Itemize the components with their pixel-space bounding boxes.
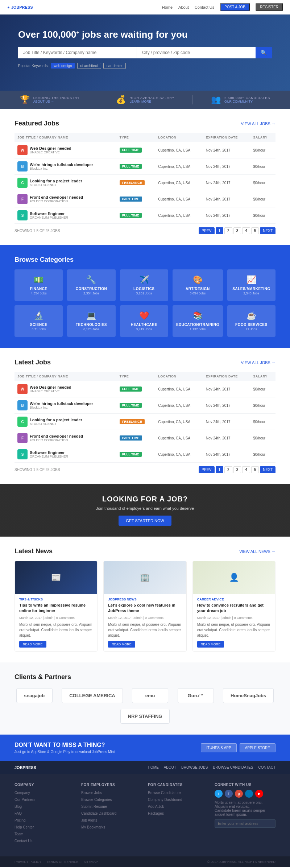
table-row[interactable]: W Web Designer needed UNABLE CREATIVE FU… bbox=[14, 142, 276, 158]
keyword-ui-architect[interactable]: ui architect bbox=[77, 63, 101, 69]
appstore-button[interactable]: APPLE STORE bbox=[240, 743, 276, 752]
get-started-button[interactable]: GET STARTED NOW bbox=[119, 516, 171, 526]
category-card[interactable]: 🎨 ART/DESIGN 3,654 Jobs bbox=[173, 269, 223, 301]
category-card[interactable]: 📈 SALES/MARKETING 2,543 Jobs bbox=[227, 269, 276, 301]
category-icon: ❤️ bbox=[124, 311, 165, 321]
footer-link[interactable]: Job Alerts bbox=[81, 818, 97, 822]
footer-link-item: Add A Job bbox=[148, 803, 209, 809]
stat-candidates-link[interactable]: OUR COMMUNITY bbox=[224, 100, 270, 103]
featured-jobs-showing: SHOWING 1-5 OF 25 JOBS bbox=[14, 229, 60, 233]
page-button[interactable]: PREV bbox=[199, 466, 214, 473]
footer-link[interactable]: Help Center bbox=[14, 825, 34, 829]
page-button[interactable]: 5 bbox=[251, 227, 259, 234]
page-button[interactable]: NEXT bbox=[260, 466, 276, 473]
footer-link[interactable]: Company Dashboard bbox=[148, 798, 182, 802]
social-twitter[interactable]: t bbox=[215, 790, 223, 798]
page-button[interactable]: 2 bbox=[224, 227, 232, 234]
stat-salary-link[interactable]: LEARN MORE bbox=[129, 100, 174, 103]
footer-link[interactable]: Browse Jobs bbox=[81, 791, 102, 795]
table-row[interactable]: B We're hiring a fullstack developer Bla… bbox=[14, 397, 276, 414]
page-button[interactable]: 3 bbox=[233, 227, 241, 234]
nav-contact[interactable]: Contact Us bbox=[195, 5, 214, 9]
category-card[interactable]: 🔬 SCIENCE 5,71 Jobs bbox=[14, 305, 63, 337]
footer-link[interactable]: Candidate Dashboard bbox=[81, 811, 116, 815]
keyword-car-dealer[interactable]: car dealer bbox=[103, 63, 126, 69]
footer-nav-link[interactable]: ABOUT bbox=[164, 765, 176, 769]
stat-industry-link[interactable]: ABOUT US → bbox=[33, 100, 80, 103]
category-icon: 📈 bbox=[231, 275, 272, 285]
footer-bottom-link[interactable]: TERMS OF SERVICE bbox=[46, 860, 78, 864]
footer-link[interactable]: Blog bbox=[14, 805, 22, 809]
search-button[interactable]: 🔍 bbox=[256, 47, 272, 58]
category-card[interactable]: 💻 TECHNOLOGIES 6,126 Jobs bbox=[67, 305, 115, 337]
social-googleplus[interactable]: g bbox=[235, 790, 243, 798]
job-search-input[interactable] bbox=[18, 47, 137, 58]
latest-jobs-view-all[interactable]: VIEW ALL JOBS → bbox=[241, 360, 276, 365]
social-youtube[interactable]: ▶ bbox=[255, 790, 263, 798]
footer-bottom-link[interactable]: PRIVACY POLICY bbox=[14, 860, 41, 864]
table-row[interactable]: F Front end developer needed FOLDER CORP… bbox=[14, 191, 276, 207]
footer-link-item: Company bbox=[14, 790, 75, 795]
category-card[interactable]: ✈️ LOGISTICS 3,201 Jobs bbox=[120, 269, 168, 301]
footer-link[interactable]: My Bookmarks bbox=[81, 825, 105, 829]
post-job-button[interactable]: POST A JOB bbox=[220, 3, 250, 11]
footer-link-item: Candidate Dashboard bbox=[81, 810, 142, 816]
page-button[interactable]: 1 bbox=[216, 466, 224, 473]
table-row[interactable]: S Software Engineer ORCANEUM PUBLISHER F… bbox=[14, 446, 276, 463]
table-row[interactable]: C Looking for a project leader STUDIO AG… bbox=[14, 175, 276, 191]
clients-grid: snagajobCOLLEGE AMERICAemuGuru™HomeSnagJ… bbox=[14, 688, 276, 724]
page-button[interactable]: 4 bbox=[242, 466, 250, 473]
page-button[interactable]: 4 bbox=[242, 227, 250, 234]
page-button[interactable]: 1 bbox=[216, 227, 224, 234]
footer-link[interactable]: Team bbox=[14, 832, 23, 836]
footer-link[interactable]: Packages bbox=[148, 811, 164, 815]
register-button[interactable]: REGISTER bbox=[256, 3, 283, 11]
featured-jobs-view-all[interactable]: VIEW ALL JOBS → bbox=[241, 121, 276, 126]
latest-news-view-all[interactable]: VIEW ALL NEWS → bbox=[239, 549, 276, 554]
footer-link[interactable]: Submit Resume bbox=[81, 805, 107, 809]
footer-bottom-link[interactable]: SITEMAP bbox=[84, 860, 98, 864]
stat-candidates-label: 2,500,000+ CANDIDATES bbox=[224, 96, 270, 100]
footer-nav-link[interactable]: CONTACT bbox=[258, 765, 276, 769]
category-card[interactable]: ❤️ HEALTHCARE 3,419 Jobs bbox=[120, 305, 168, 337]
table-row[interactable]: B We're hiring a fullstack developer Bla… bbox=[14, 158, 276, 175]
newsletter-input[interactable] bbox=[215, 819, 276, 828]
table-row[interactable]: S Software Engineer ORCANEUM PUBLISHER F… bbox=[14, 207, 276, 224]
footer-link[interactable]: Browse Candidature bbox=[148, 791, 181, 795]
footer-link[interactable]: Our Partners bbox=[14, 798, 35, 802]
footer-link[interactable]: Contact Us bbox=[14, 839, 32, 843]
read-more-button[interactable]: READ MORE bbox=[197, 641, 224, 648]
nav-home[interactable]: Home bbox=[162, 5, 173, 9]
category-card[interactable]: ☕ FOOD SERVICES 71 Jobs bbox=[227, 305, 276, 337]
page-button[interactable]: 5 bbox=[251, 466, 259, 473]
footer-link[interactable]: Browse Categories bbox=[81, 798, 112, 802]
table-row[interactable]: C Looking for a project leader STUDIO AG… bbox=[14, 414, 276, 430]
category-card[interactable]: 🔧 CONSTRUCTION 2,354 Jobs bbox=[67, 269, 115, 301]
footer-nav-link[interactable]: BROWSE CANDIDATES bbox=[213, 765, 253, 769]
read-more-button[interactable]: READ MORE bbox=[19, 641, 46, 648]
category-card[interactable]: 📚 EDUCATION/TRAINING 1,132 Jobs bbox=[173, 305, 223, 337]
footer-link-item: Submit Resume bbox=[81, 803, 142, 809]
footer-link[interactable]: Company bbox=[14, 791, 30, 795]
footer-link[interactable]: Add A Job bbox=[148, 805, 164, 809]
footer-link[interactable]: Pricing bbox=[14, 818, 26, 822]
itunes-button[interactable]: ITUNES & APP bbox=[201, 743, 236, 752]
location-search-input[interactable] bbox=[137, 47, 256, 58]
footer-link[interactable]: FAQ bbox=[14, 811, 22, 815]
footer-nav-link[interactable]: HOME bbox=[148, 765, 159, 769]
page-button[interactable]: NEXT bbox=[260, 227, 276, 234]
stat-industry-text: LEADING THE INDUSTRY ABOUT US → bbox=[33, 96, 80, 103]
category-card[interactable]: 💵 FINANCE 4,354 Jobs bbox=[14, 269, 63, 301]
social-facebook[interactable]: f bbox=[225, 790, 233, 798]
app-banner-subtitle: Just go to AppStore & Google Play to dow… bbox=[14, 750, 115, 754]
table-row[interactable]: F Front end developer needed FOLDER CORP… bbox=[14, 430, 276, 446]
nav-about[interactable]: About bbox=[178, 5, 189, 9]
read-more-button[interactable]: READ MORE bbox=[108, 641, 135, 648]
social-linkedin[interactable]: in bbox=[245, 790, 253, 798]
table-row[interactable]: W Web Designer needed UNABLE CREATIVE FU… bbox=[14, 381, 276, 397]
keyword-web-design[interactable]: web design bbox=[51, 63, 75, 69]
page-button[interactable]: 3 bbox=[233, 466, 241, 473]
page-button[interactable]: PREV bbox=[199, 227, 214, 234]
footer-nav-link[interactable]: BROWSE JOBS bbox=[181, 765, 208, 769]
page-button[interactable]: 2 bbox=[224, 466, 232, 473]
